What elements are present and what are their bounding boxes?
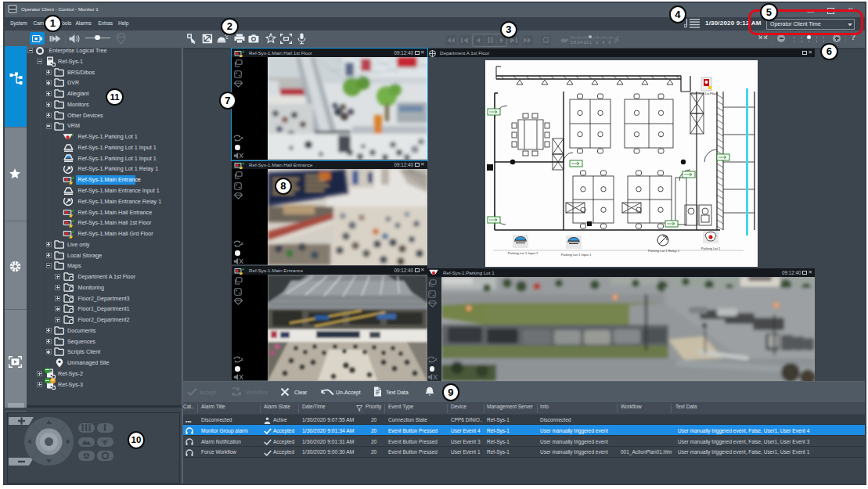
svg-text:Parking Lot 1 Input 1: Parking Lot 1 Input 1 [508,251,538,255]
svg-text:Parking Lot 1: Parking Lot 1 [701,246,721,250]
svg-text:Parking Lot 1 Relay 1: Parking Lot 1 Relay 1 [648,249,680,253]
svg-text:Main Hall 1st Floor: Main Hall 1st Floor [690,92,719,95]
svg-text:Parking Lot 1 Input 1: Parking Lot 1 Input 1 [561,253,592,257]
